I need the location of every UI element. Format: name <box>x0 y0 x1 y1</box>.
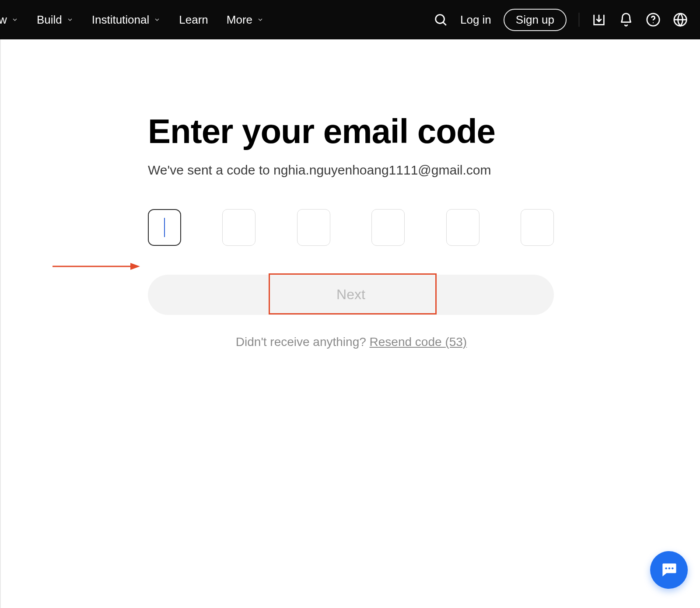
resend-prefix: Didn't receive anything? <box>236 335 366 349</box>
code-digit-1[interactable] <box>148 209 181 246</box>
code-digit-2[interactable] <box>222 209 256 246</box>
login-link[interactable]: Log in <box>460 13 491 27</box>
bell-icon[interactable] <box>619 12 634 27</box>
chevron-down-icon <box>154 16 161 23</box>
nav-item-build[interactable]: Build <box>37 13 74 27</box>
svg-marker-8 <box>130 263 140 270</box>
globe-icon[interactable] <box>673 12 688 27</box>
nav-right: Log in Sign up <box>433 9 688 31</box>
chevron-down-icon <box>257 16 264 23</box>
chevron-down-icon <box>66 16 74 23</box>
chat-fab[interactable] <box>650 551 688 589</box>
nav-item-learn[interactable]: Learn <box>179 13 208 27</box>
svg-point-4 <box>653 22 654 23</box>
nav-divider <box>579 13 579 27</box>
chat-icon <box>659 560 679 580</box>
signup-button[interactable]: Sign up <box>504 9 567 31</box>
code-digit-3[interactable] <box>297 209 330 246</box>
nav-item-institutional[interactable]: Institutional <box>92 13 161 27</box>
svg-line-1 <box>443 22 446 25</box>
chevron-down-icon <box>11 16 18 23</box>
nav-item-label: Learn <box>179 13 208 27</box>
code-digit-6[interactable] <box>521 209 554 246</box>
svg-point-9 <box>665 567 667 569</box>
page-title: Enter your email code <box>148 114 555 150</box>
next-button-label: Next <box>336 287 365 302</box>
code-digit-5[interactable] <box>446 209 480 246</box>
nav-item-label: Institutional <box>92 13 150 27</box>
search-icon[interactable] <box>433 12 448 27</box>
annotation-arrow <box>52 261 140 272</box>
svg-point-0 <box>436 15 444 24</box>
download-icon[interactable] <box>592 12 606 27</box>
subtitle-email: nghia.nguyenhoang1111@gmail.com <box>273 163 491 177</box>
code-digit-4[interactable] <box>371 209 405 246</box>
svg-point-11 <box>672 567 673 569</box>
code-input-row <box>148 209 554 246</box>
nav-item-more[interactable]: More <box>227 13 264 27</box>
next-button[interactable]: Next <box>148 275 554 315</box>
svg-point-10 <box>668 567 670 569</box>
help-icon[interactable] <box>646 12 661 27</box>
nav-item-row[interactable]: row <box>0 13 18 27</box>
main: Enter your email code We've sent a code … <box>0 39 700 349</box>
content: Enter your email code We've sent a code … <box>148 114 555 349</box>
resend-code-link[interactable]: Resend code (53) <box>370 335 467 349</box>
resend-countdown: (53) <box>445 335 467 349</box>
text-cursor <box>164 218 165 237</box>
nav-left: row Build Institutional Learn More <box>0 13 264 27</box>
nav-item-label: row <box>0 13 7 27</box>
resend-row: Didn't receive anything? Resend code (53… <box>148 335 555 349</box>
subtitle-prefix: We've sent a code to <box>148 163 273 177</box>
top-nav: row Build Institutional Learn More Log i… <box>0 0 700 39</box>
nav-item-label: Build <box>37 13 62 27</box>
page-subtitle: We've sent a code to nghia.nguyenhoang11… <box>148 163 555 178</box>
nav-item-label: More <box>227 13 252 27</box>
resend-link-label: Resend code <box>370 335 445 349</box>
